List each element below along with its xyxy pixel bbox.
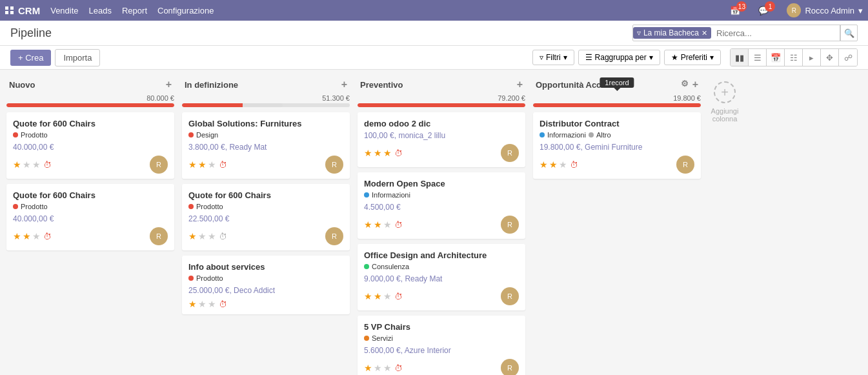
clock-icon: ⏱	[394, 148, 403, 158]
stars: ★★★	[188, 159, 216, 170]
col-add-card-nuovo[interactable]: +	[166, 79, 172, 90]
card-rating: ★★★⏱	[188, 299, 227, 309]
kanban-card[interactable]: Global Solutions: FurnituresDesign3.800,…	[182, 112, 350, 179]
kanban-card[interactable]: Quote for 600 ChairsProdotto22.500,00 €★…	[182, 184, 350, 250]
groupby-label: Raggruppa per	[595, 53, 647, 62]
star-3: ★	[32, 231, 41, 241]
topnav: CRM Vendite Leads Report Configurazione …	[0, 0, 868, 21]
col-add-card-in-definizione[interactable]: +	[341, 79, 347, 90]
card-footer: ★★★⏱	[188, 299, 343, 309]
stars: ★★★	[364, 291, 392, 301]
kanban-card[interactable]: Info about servicesProdotto25.000,00 €, …	[182, 256, 350, 314]
search-tag-close[interactable]: ✕	[701, 29, 707, 37]
card-title: demo odoo 2 dic	[364, 119, 519, 128]
card-avatar: R	[501, 359, 519, 375]
tag-label: Servizi	[372, 334, 393, 342]
col-progress-fill-nuovo	[6, 103, 174, 107]
col-amount-row-in-definizione: 51.300 €	[182, 94, 350, 102]
card-rating: ★★★⏱	[540, 159, 578, 170]
card-title: Distributor Contract	[540, 119, 694, 128]
tag-label: Prodotto	[21, 131, 48, 139]
star-2: ★	[198, 299, 207, 309]
favorites-label: Preferiti	[681, 53, 707, 62]
view-table[interactable]: ☷	[785, 49, 803, 66]
nav-configurazione[interactable]: Configurazione	[157, 6, 214, 15]
card-rating: ★★★⏱	[188, 159, 227, 170]
brand: CRM	[5, 5, 40, 16]
star-2: ★	[374, 219, 382, 230]
col-amount-in-definizione: 51.300 €	[322, 94, 350, 102]
add-column-circle[interactable]: +	[714, 81, 736, 103]
kanban-card[interactable]: Quote for 600 ChairsProdotto40.000,00 €★…	[6, 184, 174, 250]
star-1: ★	[364, 219, 372, 230]
col-add-card-preventivo[interactable]: +	[517, 79, 523, 90]
search-tag-label: La mia Bacheca	[643, 28, 699, 37]
card-rating: ★★★⏱	[13, 159, 52, 170]
search-box: ▿ La mia Bacheca ✕ 🔍	[632, 25, 858, 41]
card-tag: Prodotto	[188, 274, 343, 282]
card-amount: 9.000,00 €, Ready Mat	[364, 274, 519, 283]
search-button[interactable]: 🔍	[840, 25, 857, 41]
nav-vendite[interactable]: Vendite	[50, 6, 78, 15]
search-tag[interactable]: ▿ La mia Bacheca ✕	[633, 27, 711, 39]
card-title: Quote for 600 Chairs	[13, 190, 168, 200]
groupby-button[interactable]: ☰ Raggruppa per ▾	[578, 50, 660, 65]
col-amount-opportunita-accettate: 19.800 €	[673, 94, 701, 102]
kanban-card[interactable]: demo odoo 2 dic100,00 €, monica_2 lillu★…	[358, 112, 525, 167]
tag-label: Prodotto	[196, 203, 223, 210]
card-rating: ★★★⏱	[364, 291, 403, 301]
card-amount: 5.600,00 €, Azure Interior	[364, 346, 519, 355]
star-1: ★	[188, 299, 197, 309]
star-2: ★	[374, 363, 382, 373]
view-pivot[interactable]: ✥	[821, 49, 839, 66]
toolbar: + Crea Importa ▿ Filtri ▾ ☰ Raggruppa pe…	[0, 46, 868, 70]
col-title-nuovo: Nuovo	[9, 80, 35, 90]
star-1: ★	[364, 363, 372, 373]
kanban-card[interactable]: Modern Open SpaceInformazioni4.500,00 €★…	[358, 172, 525, 239]
favorites-button[interactable]: ★ Preferiti ▾	[664, 50, 721, 65]
nav-leads[interactable]: Leads	[89, 6, 112, 15]
view-kanban[interactable]: ▮▮	[731, 49, 749, 66]
nav-report[interactable]: Report	[122, 6, 147, 15]
col-actions-in-definizione: +	[341, 79, 347, 90]
kanban-card[interactable]: Quote for 600 ChairsProdotto40.000,00 €★…	[6, 112, 174, 179]
view-calendar[interactable]: 📅	[767, 49, 785, 66]
kanban-card[interactable]: Distributor ContractInformazioni Altro19…	[533, 112, 701, 179]
tag-dot	[540, 132, 545, 137]
add-column-btn[interactable]: + Aggiungi colonna	[709, 76, 741, 123]
col-title-in-definizione: In definizione	[185, 80, 238, 90]
star-3: ★	[208, 159, 216, 170]
card-footer: ★★★⏱R	[188, 227, 343, 245]
view-chart[interactable]: ▸	[803, 49, 821, 66]
col-gear-icon[interactable]: ⚙	[681, 79, 689, 90]
stars: ★★★	[13, 159, 41, 170]
star-3: ★	[208, 231, 216, 241]
card-amount: 19.800,00 €, Gemini Furniture	[540, 143, 694, 152]
card-amount: 3.800,00 €, Ready Mat	[188, 143, 343, 152]
create-button[interactable]: + Crea	[10, 50, 51, 66]
col-progress-nuovo	[6, 103, 174, 107]
filters-chevron: ▾	[563, 53, 567, 62]
import-button[interactable]: Importa	[55, 49, 100, 66]
brand-label: CRM	[18, 5, 40, 16]
chat-icon-btn[interactable]: 💬 1	[758, 5, 779, 15]
star-1: ★	[364, 148, 372, 158]
card-rating: ★★★⏱	[188, 231, 227, 241]
topnav-right: 📅 13 💬 1 R Rocco Admin ▾	[730, 3, 863, 17]
calendar-icon-btn[interactable]: 📅 13	[730, 5, 751, 15]
kanban-card[interactable]: Office Design and ArchitectureConsulenza…	[358, 244, 525, 310]
card-tag: Prodotto	[13, 131, 168, 139]
card-amount: 4.500,00 €	[364, 203, 519, 212]
kanban-card[interactable]: 5 VP ChairsServizi5.600,00 €, Azure Inte…	[358, 316, 525, 375]
card-rating: ★★★⏱	[364, 148, 403, 158]
view-list[interactable]: ☰	[749, 49, 767, 66]
search-input[interactable]	[711, 25, 840, 41]
user-menu[interactable]: R Rocco Admin ▾	[787, 3, 863, 17]
view-map[interactable]: ☍	[839, 49, 857, 66]
star-1: ★	[188, 159, 197, 170]
card-amount: 25.000,00 €, Deco Addict	[188, 286, 343, 295]
star-3: ★	[208, 299, 216, 309]
page-title: Pipeline	[10, 26, 52, 40]
filters-button[interactable]: ▿ Filtri ▾	[532, 50, 574, 65]
col-add-card-opportunita-accettate[interactable]: +	[692, 79, 698, 90]
